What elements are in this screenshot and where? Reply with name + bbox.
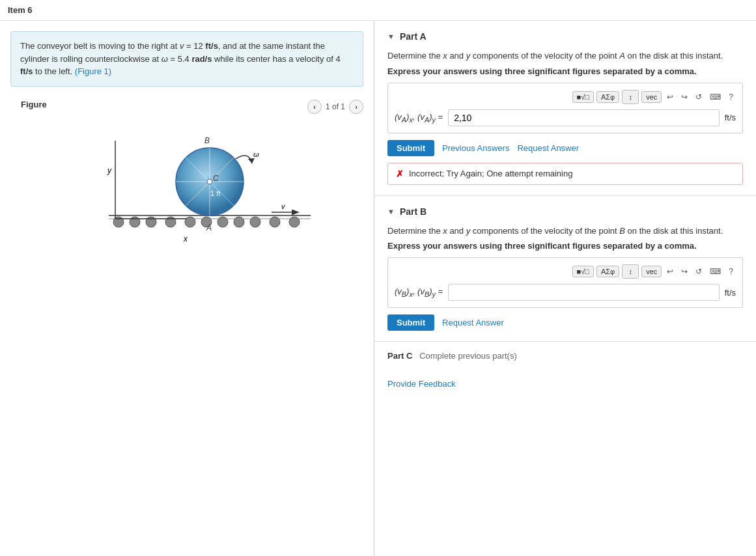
part-c-text: Complete previous part(s) <box>419 351 517 361</box>
part-a-redo-icon[interactable]: ↪ <box>679 91 690 103</box>
svg-text:B: B <box>204 136 210 145</box>
part-c-message <box>415 351 417 361</box>
svg-point-13 <box>270 217 280 227</box>
part-b-sqrt-btn[interactable]: ■√□ <box>572 266 594 277</box>
page-header: Item 6 <box>0 0 756 21</box>
part-b-submit-btn[interactable]: Submit <box>387 314 434 331</box>
page-title: Item 6 <box>8 5 33 15</box>
part-b-toggle[interactable]: ▼ <box>387 208 395 215</box>
svg-point-10 <box>217 217 228 227</box>
part-b-sigma-btn[interactable]: ΑΣφ <box>596 266 619 277</box>
part-b-redo-icon[interactable]: ↪ <box>679 266 690 277</box>
incorrect-message: Incorrect; Try Again; One attempt remain… <box>409 169 572 178</box>
feedback-section: Provide Feedback <box>374 370 756 398</box>
svg-text:ω: ω <box>253 150 259 158</box>
left-panel: The conveyor belt is moving to the right… <box>0 21 374 556</box>
svg-text:A: A <box>206 223 212 232</box>
svg-point-14 <box>289 217 300 227</box>
part-a-input-label: (vA)x, (vA)y = <box>395 112 443 124</box>
part-b-request-answer-btn[interactable]: Request Answer <box>442 318 504 327</box>
feedback-link[interactable]: Provide Feedback <box>387 379 456 389</box>
part-b-unit: ft/s <box>725 288 736 298</box>
part-b-instruction: Express your answers using three signifi… <box>387 241 743 251</box>
part-a-incorrect-box: ✗ Incorrect; Try Again; One attempt rema… <box>387 163 743 185</box>
part-b-refresh-icon[interactable]: ↺ <box>693 266 705 277</box>
part-a-toggle[interactable]: ▼ <box>387 33 395 40</box>
part-b-input-row: (vB)x, (vB)y = ft/s <box>395 284 736 301</box>
part-b-section: ▼ Part B Determine the x and y component… <box>374 196 756 342</box>
part-a-refresh-icon[interactable]: ↺ <box>693 91 705 103</box>
figure-label: Figure <box>10 100 57 109</box>
svg-text:x: x <box>183 234 188 243</box>
part-a-instruction: Express your answers using three signifi… <box>387 66 743 76</box>
part-a-input-row: (vA)x, (vA)y = ft/s <box>395 109 736 126</box>
figure-section: Figure ‹ 1 of 1 › x y <box>0 100 374 251</box>
part-b-title: Part B <box>400 206 427 217</box>
part-b-input[interactable] <box>448 284 720 301</box>
figure-diagram: x y <box>50 121 324 251</box>
svg-point-11 <box>234 217 244 227</box>
svg-text:C: C <box>213 174 219 183</box>
problem-text: The conveyor belt is moving to the right… <box>20 41 341 76</box>
part-b-arrow-btn[interactable]: ↕ <box>622 264 639 279</box>
svg-marker-30 <box>248 158 255 163</box>
part-a-vec-btn[interactable]: vec <box>641 91 662 103</box>
part-a-answer-box: ■√□ ΑΣφ ↕ vec ↩ ↪ ↺ ⌨ ? (vA)x, (vA)y = f… <box>387 83 743 133</box>
part-b-keyboard-icon[interactable]: ⌨ <box>707 266 723 277</box>
part-a-title: Part A <box>400 31 427 42</box>
part-a-header: ▼ Part A <box>387 31 743 42</box>
part-a-undo-icon[interactable]: ↩ <box>664 91 676 103</box>
part-b-input-label: (vB)x, (vB)y = <box>395 286 443 298</box>
part-b-actions: Submit Request Answer <box>387 314 743 331</box>
svg-text:y: y <box>107 166 112 175</box>
figure-link[interactable]: (Figure 1) <box>75 66 111 76</box>
svg-point-12 <box>250 217 260 227</box>
next-figure-btn[interactable]: › <box>349 100 363 114</box>
problem-statement: The conveyor belt is moving to the right… <box>10 31 363 87</box>
part-a-request-answer-btn[interactable]: Request Answer <box>517 143 579 153</box>
svg-text:v: v <box>281 202 286 210</box>
svg-text:1 ft: 1 ft <box>210 189 220 197</box>
part-b-description: Determine the x and y components of the … <box>387 225 743 238</box>
figure-nav: ‹ 1 of 1 › <box>307 100 363 114</box>
part-b-help-icon[interactable]: ? <box>726 266 736 277</box>
part-b-undo-icon[interactable]: ↩ <box>664 266 676 277</box>
incorrect-icon: ✗ <box>396 169 404 179</box>
part-a-input[interactable] <box>448 109 720 126</box>
part-a-submit-btn[interactable]: Submit <box>387 140 434 156</box>
part-a-arrow-btn[interactable]: ↕ <box>622 90 639 104</box>
part-b-toolbar: ■√□ ΑΣφ ↕ vec ↩ ↪ ↺ ⌨ ? <box>395 264 736 279</box>
part-a-previous-answers-btn[interactable]: Previous Answers <box>442 143 509 153</box>
part-b-header: ▼ Part B <box>387 206 743 217</box>
prev-figure-btn[interactable]: ‹ <box>307 100 322 114</box>
svg-point-26 <box>207 179 212 184</box>
part-a-section: ▼ Part A Determine the x and y component… <box>374 21 756 196</box>
part-c-title: Part C <box>387 351 412 361</box>
part-b-answer-box: ■√□ ΑΣφ ↕ vec ↩ ↪ ↺ ⌨ ? (vB)x, (vB)y = f… <box>387 257 743 308</box>
part-a-unit: ft/s <box>725 113 736 122</box>
part-b-vec-btn[interactable]: vec <box>641 266 662 277</box>
part-a-keyboard-icon[interactable]: ⌨ <box>707 91 723 103</box>
part-a-actions: Submit Previous Answers Request Answer <box>387 140 743 156</box>
part-c-section: Part C Complete previous part(s) <box>374 342 756 370</box>
part-a-sqrt-btn[interactable]: ■√□ <box>572 91 594 103</box>
part-a-sigma-btn[interactable]: ΑΣφ <box>596 91 619 103</box>
part-a-help-icon[interactable]: ? <box>726 91 736 103</box>
figure-pagination: 1 of 1 <box>326 102 345 111</box>
right-panel: ▼ Part A Determine the x and y component… <box>374 21 756 556</box>
part-a-toolbar: ■√□ ΑΣφ ↕ vec ↩ ↪ ↺ ⌨ ? <box>395 90 736 104</box>
part-a-description: Determine the x and y components of the … <box>387 49 743 63</box>
